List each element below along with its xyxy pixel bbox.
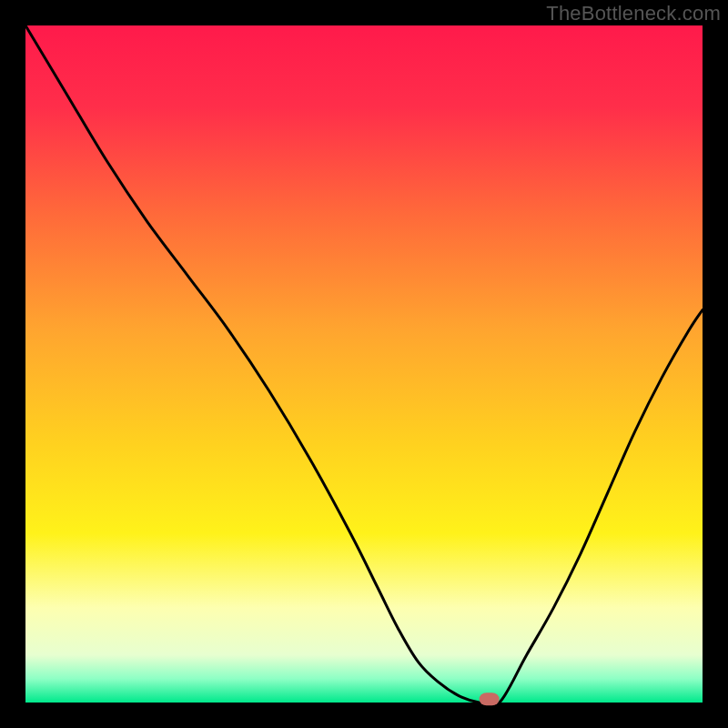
optimal-marker bbox=[480, 693, 500, 705]
plot-background bbox=[25, 25, 703, 703]
chart-container: TheBottleneck.com bbox=[0, 0, 728, 728]
bottleneck-chart bbox=[0, 0, 728, 728]
watermark-text: TheBottleneck.com bbox=[546, 2, 721, 25]
